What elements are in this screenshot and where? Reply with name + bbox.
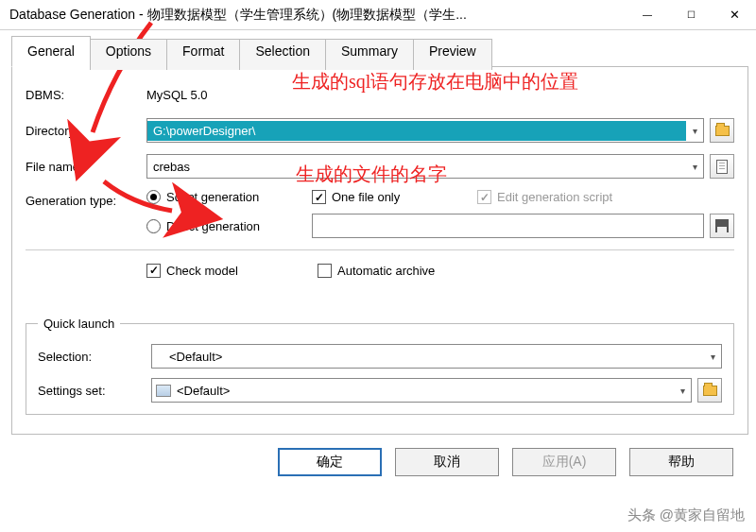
cancel-button[interactable]: 取消 bbox=[395, 448, 499, 476]
radio-icon bbox=[146, 190, 161, 204]
tab-summary[interactable]: Summary bbox=[325, 39, 414, 70]
chevron-down-icon[interactable]: ▾ bbox=[704, 352, 721, 362]
quick-launch-group: Quick launch Selection: <Default> ▾ Sett… bbox=[26, 317, 734, 415]
chevron-down-icon[interactable]: ▾ bbox=[686, 162, 703, 172]
directory-label: Directory: bbox=[26, 124, 146, 138]
tab-panel-general: DBMS: MySQL 5.0 Directory: G:\powerDesig… bbox=[11, 66, 748, 435]
floppy-icon bbox=[715, 219, 729, 232]
settings-browse-button[interactable] bbox=[697, 378, 722, 403]
folder-icon bbox=[703, 386, 717, 396]
minimize-button[interactable]: — bbox=[626, 0, 669, 29]
checkbox-icon bbox=[477, 190, 491, 204]
directory-combo[interactable]: G:\powerDesigner\ ▾ bbox=[146, 118, 704, 143]
tab-preview[interactable]: Preview bbox=[413, 39, 492, 70]
filename-label: File name: bbox=[26, 160, 146, 174]
check-automatic-archive[interactable]: Automatic archive bbox=[318, 264, 435, 278]
checkbox-icon bbox=[318, 264, 332, 278]
radio-script-generation[interactable]: Script generation bbox=[146, 190, 293, 204]
ok-button[interactable]: 确定 bbox=[278, 448, 382, 476]
close-button[interactable]: ✕ bbox=[713, 0, 756, 29]
watermark-text: 头条 @黄家自留地 bbox=[627, 506, 745, 524]
page-icon bbox=[716, 160, 728, 174]
chevron-down-icon[interactable]: ▾ bbox=[674, 386, 691, 396]
window-buttons: — ☐ ✕ bbox=[626, 0, 756, 29]
selection-label: Selection: bbox=[38, 350, 151, 364]
filename-value: crebas bbox=[147, 160, 686, 174]
browse-directory-button[interactable] bbox=[710, 118, 734, 143]
separator bbox=[26, 249, 734, 250]
check-one-file-only[interactable]: One file only bbox=[312, 190, 458, 204]
settings-icon bbox=[156, 385, 171, 397]
tab-general[interactable]: General bbox=[11, 36, 91, 67]
settings-set-value: <Default> bbox=[171, 384, 674, 398]
tab-selection[interactable]: Selection bbox=[239, 39, 326, 70]
direct-generation-input[interactable] bbox=[312, 214, 704, 238]
apply-button: 应用(A) bbox=[512, 448, 616, 476]
dbms-label: DBMS: bbox=[26, 88, 146, 102]
settings-set-combo[interactable]: <Default> ▾ bbox=[151, 378, 692, 403]
help-button[interactable]: 帮助 bbox=[629, 448, 733, 476]
tabstrip: General Options Format Selection Summary… bbox=[11, 36, 748, 67]
checkbox-icon bbox=[312, 190, 326, 204]
chevron-down-icon[interactable]: ▾ bbox=[686, 126, 703, 136]
check-edit-generation-script: Edit generation script bbox=[477, 190, 612, 204]
selection-value: <Default> bbox=[152, 350, 704, 364]
checkbox-icon bbox=[146, 264, 161, 278]
settings-set-label: Settings set: bbox=[38, 384, 151, 398]
folder-icon bbox=[715, 126, 730, 136]
dialog-button-bar: 确定 取消 应用(A) 帮助 bbox=[0, 435, 756, 476]
selection-combo[interactable]: <Default> ▾ bbox=[151, 344, 722, 369]
radio-direct-generation[interactable]: Direct generation bbox=[146, 219, 293, 233]
check-check-model[interactable]: Check model bbox=[146, 264, 293, 278]
tab-format[interactable]: Format bbox=[166, 39, 240, 70]
dbms-value: MySQL 5.0 bbox=[146, 88, 208, 102]
titlebar: Database Generation - 物理数据模型（学生管理系统）(物理数… bbox=[0, 0, 756, 30]
tab-options[interactable]: Options bbox=[90, 39, 167, 70]
filename-combo[interactable]: crebas ▾ bbox=[146, 154, 704, 179]
radio-icon bbox=[146, 219, 161, 233]
direct-generation-save-button[interactable] bbox=[710, 214, 734, 238]
watermark: 头条 @黄家自留地 bbox=[627, 506, 745, 524]
window-title: Database Generation - 物理数据模型（学生管理系统）(物理数… bbox=[9, 7, 626, 24]
gentype-label: Generation type: bbox=[26, 190, 146, 208]
directory-value: G:\powerDesigner\ bbox=[147, 121, 686, 141]
maximize-button[interactable]: ☐ bbox=[669, 0, 713, 29]
filename-page-button[interactable] bbox=[710, 154, 734, 179]
quick-launch-legend: Quick launch bbox=[38, 317, 120, 331]
